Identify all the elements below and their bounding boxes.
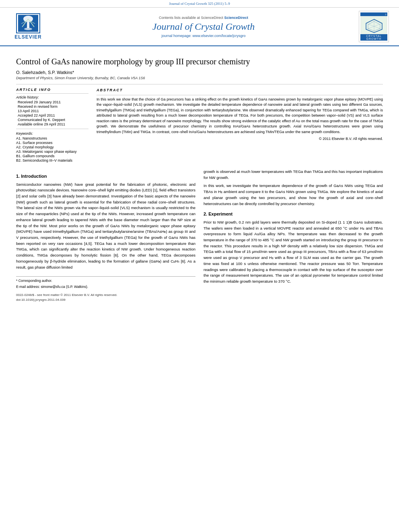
journal-homepage: journal homepage: www.elsevier.com/locat…	[48, 34, 359, 38]
received-revised-label: Received in revised form	[16, 105, 88, 109]
keyword-3: A2. Crystal morphology	[16, 145, 88, 149]
body-column-right: growth is observed at much lower tempera…	[204, 169, 383, 302]
section1-heading: 1. Introduction	[16, 173, 195, 180]
accepted-date: Accepted 22 April 2011	[16, 113, 88, 117]
available-online: Available online 29 April 2011	[16, 122, 88, 126]
article-authors: O. Salehzadeh, S.P. Watkins*	[16, 70, 383, 75]
footnote-email: E-mail address: simonw@sfu.ca (S.P. Watk…	[16, 284, 195, 290]
article-title: Control of GaAs nanowire morphology by g…	[16, 56, 383, 67]
keyword-6: B2. Semiconducting III–V materials	[16, 158, 88, 162]
section2-para1: Prior to NW growth, 0.2 nm gold layers w…	[204, 220, 383, 285]
journal-header-bar: Journal of Crystal Growth 325 (2011) 5–9	[0, 0, 399, 8]
article-info-column: ARTICLE INFO Article history: Received 2…	[16, 88, 88, 163]
crystal-logo-label: CRYSTAL GROWTH	[360, 34, 387, 41]
elsevier-logo-box	[16, 13, 40, 33]
keyword-1: A1. Nanostructures	[16, 136, 88, 140]
bottom-info: 0022-0248/$ - see front matter © 2011 El…	[16, 293, 195, 302]
article-affiliation: Department of Physics, Simon Fraser Univ…	[16, 76, 383, 80]
contents-available: Contents lists available at ScienceDirec…	[48, 16, 359, 20]
svg-rect-2	[27, 22, 29, 28]
doi-line: doi:10.1016/j.jcrysgro.2011.04.039	[16, 298, 195, 302]
svg-point-3	[24, 28, 32, 30]
crystal-growth-logo: ≡ CRYSTAL GROWTH	[359, 11, 391, 42]
history-label: Article history:	[16, 95, 88, 99]
elsevier-name: ELSEVIER	[14, 34, 41, 40]
keywords-label: Keywords:	[16, 131, 88, 136]
crystal-logo-icon	[360, 16, 387, 34]
communicated-by: Communicated by K. Deppert	[16, 118, 88, 122]
body-column-left: 1. Introduction Semiconductor nanowires …	[16, 169, 195, 302]
article-container: Control of GaAs nanowire morphology by g…	[0, 46, 399, 310]
section1-para3: In this work, we investigate the tempera…	[204, 183, 383, 207]
abstract-label: ABSTRACT	[97, 88, 383, 93]
received-date-1: Received 29 January 2011	[16, 100, 88, 104]
abstract-text: In this work we show that the choice of …	[97, 97, 383, 135]
article-info-abstract-section: ARTICLE INFO Article history: Received 2…	[16, 84, 383, 163]
section1-para1: Semiconductor nanowires (NW) have great …	[16, 182, 195, 271]
journal-volume-info: Journal of Crystal Growth 325 (2011) 5–9	[169, 2, 230, 6]
footnote-area: * Corresponding author. E-mail address: …	[16, 276, 195, 290]
crystal-icon-svg	[362, 17, 386, 33]
homepage-url[interactable]: www.elsevier.com/locate/jcrysgro	[193, 34, 246, 38]
section2-heading: 2. Experiment	[204, 211, 383, 218]
elsevier-tree-icon	[18, 15, 38, 32]
received-date-2: 13 April 2011	[16, 109, 88, 113]
keyword-5: B1. Gallium compounds	[16, 154, 88, 158]
copyright-line: © 2011 Elsevier B.V. All rights reserved…	[97, 136, 383, 142]
journal-banner: ELSEVIER Contents lists available at Sci…	[0, 8, 399, 46]
keyword-2: A1. Surface processes	[16, 141, 88, 145]
footnote-corresponding: * Corresponding author.	[16, 278, 195, 283]
journal-title-section: Contents lists available at ScienceDirec…	[48, 16, 359, 38]
sciencedirect-link[interactable]: ScienceDirect	[224, 16, 249, 20]
article-body: 1. Introduction Semiconductor nanowires …	[16, 169, 383, 302]
abstract-column: ABSTRACT In this work we show that the c…	[97, 88, 383, 163]
crystal-logo-top-bar: ≡	[360, 12, 387, 16]
article-info-label: ARTICLE INFO	[16, 88, 88, 92]
journal-title: Journal of Crystal Growth	[48, 21, 359, 32]
keyword-4: A3. Metalorganic vapor phase epitaxy	[16, 150, 88, 154]
crystal-logo-box: ≡ CRYSTAL GROWTH	[359, 11, 389, 42]
section1-para2: growth is observed at much lower tempera…	[204, 169, 383, 181]
elsevier-logo: ELSEVIER	[8, 13, 48, 40]
issn-line: 0022-0248/$ - see front matter © 2011 El…	[16, 293, 195, 298]
